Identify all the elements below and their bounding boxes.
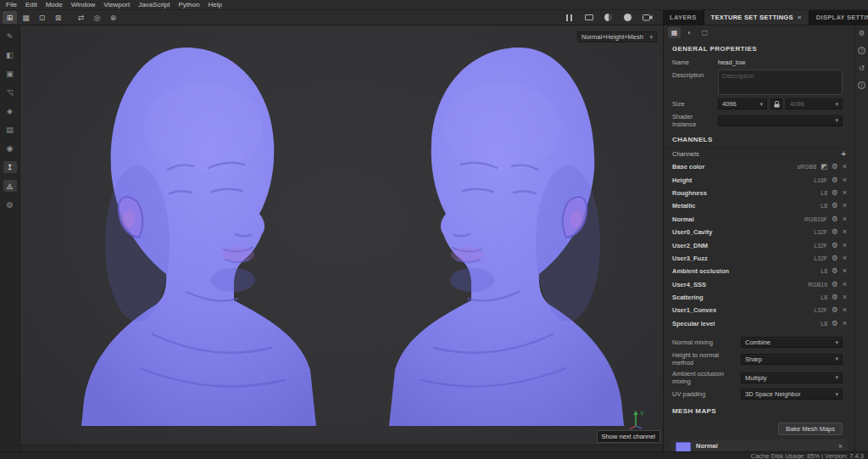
channel-settings-gear-icon[interactable]: ⚙ <box>832 320 838 327</box>
solo-view-button[interactable] <box>620 11 635 24</box>
channel-format[interactable]: L8 <box>821 190 827 196</box>
settings-grid-icon[interactable]: ▦ <box>668 27 681 38</box>
channel-remove-icon[interactable]: × <box>843 267 847 275</box>
channel-settings-gear-icon[interactable]: ⚙ <box>832 242 838 249</box>
size-lock-button[interactable] <box>771 98 782 109</box>
projection-tool-icon[interactable]: ▣ <box>3 68 17 80</box>
mesh-map-remove-icon[interactable]: × <box>838 442 843 451</box>
comment-button[interactable] <box>581 11 596 24</box>
viewport-channel-select[interactable]: Normal+Height+Mesh ▾ <box>577 31 657 42</box>
navigation-gizmo[interactable]: Y <box>627 409 649 431</box>
channel-row-specular-level[interactable]: Specular level L8 ⚙ × <box>664 317 854 330</box>
menu-window[interactable]: Window <box>67 1 99 8</box>
channel-row-scattering[interactable]: Scattering L8 ⚙ × <box>664 291 854 304</box>
tiling-toggle-icon[interactable]: ⊠ <box>51 11 65 24</box>
channel-row-user0-cavity[interactable]: User0_Cavity L32F ⚙ × <box>664 226 854 238</box>
channel-format[interactable]: L32F <box>814 307 827 313</box>
material-view-button[interactable] <box>601 11 615 24</box>
quick-mask-icon[interactable]: ◬ <box>3 180 17 192</box>
channel-remove-icon[interactable]: × <box>843 306 847 314</box>
description-input[interactable] <box>718 70 843 95</box>
channel-format[interactable]: L32F <box>814 255 827 261</box>
gear-icon[interactable]: ⚙ <box>859 29 865 37</box>
uv-frame-icon[interactable]: ▢ <box>698 27 711 38</box>
height-to-normal-select[interactable]: Sharp ▾ <box>741 354 843 365</box>
channel-remove-icon[interactable]: × <box>843 202 847 210</box>
bake-mesh-maps-button[interactable]: Bake Mesh Maps <box>778 423 843 435</box>
channel-format[interactable]: sRGB8 <box>798 164 817 170</box>
channel-row-user3-fuzz[interactable]: User3_Fuzz L32F ⚙ × <box>664 252 854 265</box>
add-view-icon[interactable]: ⊕ <box>106 11 120 24</box>
viewer-settings-icon[interactable]: ◍ <box>3 199 17 210</box>
channel-row-metallic[interactable]: Metallic L8 ⚙ × <box>664 199 854 212</box>
channel-row-height[interactable]: Height L16F ⚙ × <box>664 173 854 186</box>
viewport-layout-grid-icon[interactable]: ⊞ <box>3 11 17 24</box>
tab-display-settings[interactable]: DISPLAY SETTINGS <box>810 10 868 25</box>
channel-settings-gear-icon[interactable]: ⚙ <box>832 176 838 184</box>
help-icon[interactable]: ? <box>858 47 865 54</box>
channel-remove-icon[interactable]: × <box>843 242 847 249</box>
tab-close-icon[interactable]: × <box>798 14 802 21</box>
clone-tool-icon[interactable]: ▤ <box>3 124 17 136</box>
pause-engine-button[interactable] <box>562 11 576 24</box>
channel-row-base-color[interactable]: Base color sRGB8 ◩ ⚙ × <box>664 160 854 173</box>
channel-format[interactable]: L32F <box>814 229 827 235</box>
smudge-tool-icon[interactable]: ◈ <box>3 105 17 117</box>
channel-settings-gear-icon[interactable]: ⚙ <box>832 255 838 262</box>
normal-mixing-select[interactable]: Combine ▾ <box>741 337 843 348</box>
uv-padding-select[interactable]: 3D Space Neighbor ▾ <box>741 389 843 400</box>
add-channel-icon[interactable]: + <box>841 151 846 158</box>
channel-row-user1-convex[interactable]: User1_Convex L32F ⚙ × <box>664 304 854 316</box>
channel-format[interactable]: RGB16 <box>808 282 827 288</box>
channel-settings-gear-icon[interactable]: ⚙ <box>832 306 838 314</box>
channel-row-normal[interactable]: Normal RGB16F ⚙ × <box>664 213 854 226</box>
shader-instance-select[interactable]: ▾ <box>718 115 843 126</box>
channel-format[interactable]: L8 <box>821 321 827 327</box>
swap-view-icon[interactable]: ⇄ <box>74 11 88 24</box>
channel-remove-icon[interactable]: × <box>843 320 847 327</box>
brush-tool-icon[interactable]: ✎ <box>3 31 17 42</box>
menu-javascript[interactable]: JavaScript <box>134 1 174 8</box>
channel-remove-icon[interactable]: × <box>843 163 847 171</box>
channel-remove-icon[interactable]: × <box>843 281 847 288</box>
channel-format[interactable]: L8 <box>821 203 827 209</box>
menu-python[interactable]: Python <box>175 1 204 8</box>
export-textures-icon[interactable]: ↥ <box>3 161 17 173</box>
info-icon[interactable]: i <box>858 81 865 89</box>
channel-format[interactable]: L8 <box>821 294 827 300</box>
viewport-3d[interactable]: Normal+Height+Mesh ▾ Y Show next channel <box>20 25 663 451</box>
channel-row-roughness[interactable]: Roughness L8 ⚙ × <box>664 187 854 199</box>
mesh-map-item-normal[interactable]: Normal noExpression_fixed_normal × <box>670 439 848 451</box>
camera-button[interactable] <box>640 11 654 24</box>
menu-viewport[interactable]: Viewport <box>99 1 134 8</box>
tab-texture-set-settings[interactable]: TEXTURE SET SETTINGS × <box>704 10 810 25</box>
channel-remove-icon[interactable]: × <box>843 216 847 223</box>
menu-mode[interactable]: Mode <box>42 1 67 8</box>
menu-file[interactable]: File <box>2 1 21 8</box>
focus-target-icon[interactable]: ◎ <box>90 11 104 24</box>
channel-remove-icon[interactable]: × <box>843 228 847 236</box>
eraser-tool-icon[interactable]: ◧ <box>3 49 17 61</box>
channel-settings-gear-icon[interactable]: ⚙ <box>832 294 838 301</box>
symmetry-toggle-icon[interactable]: ⊡ <box>35 11 49 24</box>
channel-settings-gear-icon[interactable]: ⚙ <box>832 202 838 210</box>
channel-row-user4-sss[interactable]: User4_SSS RGB16 ⚙ × <box>664 278 854 291</box>
polygon-fill-tool-icon[interactable]: ◹ <box>3 87 17 98</box>
shader-sphere-icon[interactable]: ◐ <box>683 27 696 38</box>
size-select[interactable]: 4096 ▾ <box>718 98 767 109</box>
channel-format[interactable]: RGB16F <box>804 216 827 222</box>
channel-settings-gear-icon[interactable]: ⚙ <box>832 281 838 288</box>
ao-mixing-select[interactable]: Multiply ▾ <box>741 372 843 383</box>
viewport-layout-split-icon[interactable]: ▦ <box>19 11 33 24</box>
material-picker-tool-icon[interactable]: ◉ <box>3 143 17 154</box>
channel-settings-gear-icon[interactable]: ⚙ <box>832 267 838 275</box>
channel-remove-icon[interactable]: × <box>843 176 847 184</box>
channel-row-user2-dnm[interactable]: User2_DNM L32F ⚙ × <box>664 238 854 251</box>
history-icon[interactable]: ↺ <box>859 64 865 72</box>
channel-format[interactable]: L16F <box>814 177 827 183</box>
channel-remove-icon[interactable]: × <box>843 294 847 301</box>
menu-help[interactable]: Help <box>203 1 225 8</box>
size-height-select[interactable]: 4096 ▾ <box>786 98 843 109</box>
channel-remove-icon[interactable]: × <box>843 255 847 262</box>
menu-edit[interactable]: Edit <box>21 1 42 8</box>
